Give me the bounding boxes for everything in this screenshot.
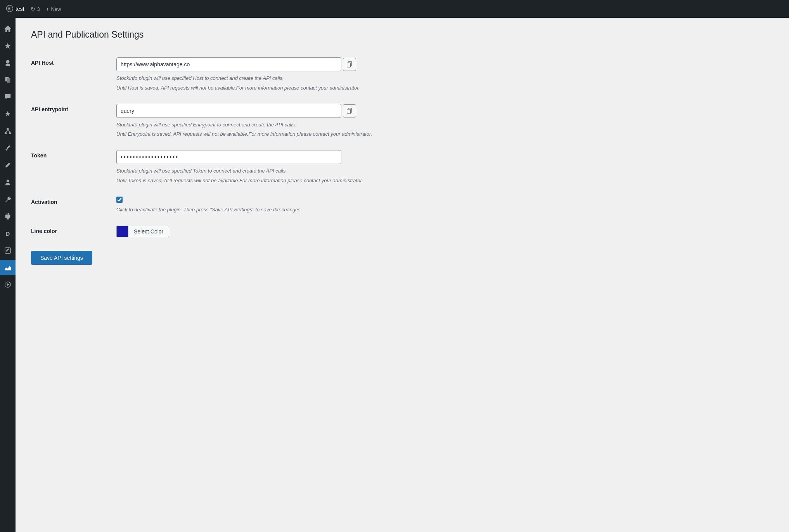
line-color-row: Line color Select Color <box>31 220 773 243</box>
color-picker-wrap: Select Color <box>116 226 773 237</box>
svg-rect-10 <box>7 213 7 215</box>
token-row: Token StockInfo plugin will use specifie… <box>31 144 773 191</box>
sidebar-item-dashboard[interactable] <box>0 21 16 36</box>
svg-rect-12 <box>5 215 10 218</box>
sidebar: D <box>0 18 16 532</box>
sidebar-item-divi[interactable]: D <box>0 226 16 241</box>
api-host-help2: Until Host is saved, API requests will n… <box>116 84 773 92</box>
svg-point-9 <box>7 180 9 182</box>
api-host-input-wrap <box>116 57 773 71</box>
api-entrypoint-input[interactable] <box>116 104 341 118</box>
sidebar-item-appearance[interactable] <box>0 106 16 122</box>
svg-rect-13 <box>7 218 9 220</box>
site-name: test <box>16 6 24 12</box>
svg-line-8 <box>8 130 10 132</box>
sidebar-item-pin[interactable] <box>0 38 16 54</box>
line-color-label: Line color <box>31 228 57 234</box>
wordpress-icon <box>6 5 13 13</box>
sidebar-item-edit[interactable] <box>0 243 16 258</box>
sidebar-item-comments[interactable] <box>0 89 16 105</box>
svg-point-0 <box>6 60 10 64</box>
token-input[interactable] <box>116 150 341 164</box>
sidebar-item-plugin[interactable] <box>0 209 16 224</box>
sidebar-item-wrench[interactable] <box>0 192 16 207</box>
api-host-help1: StockInfo plugin will use specified Host… <box>116 74 773 83</box>
topbar-updates[interactable]: ↻ 3 <box>31 6 40 12</box>
token-help1: StockInfo plugin will use specified Toke… <box>116 167 773 175</box>
activation-help: Click to deactivate the plugin. Then pre… <box>116 206 773 214</box>
sidebar-item-brush[interactable] <box>0 140 16 156</box>
main-content: API and Publication Settings API Host St… <box>16 18 789 532</box>
activation-row: Activation Click to deactivate the plugi… <box>31 191 773 220</box>
api-entrypoint-help2: Until Entrypoint is saved, API requests … <box>116 130 773 138</box>
api-entrypoint-input-wrap <box>116 104 773 118</box>
svg-rect-1 <box>6 64 10 66</box>
api-host-label: API Host <box>31 60 54 66</box>
svg-point-4 <box>7 128 9 130</box>
topbar-site[interactable]: test <box>6 5 24 13</box>
activation-label: Activation <box>31 199 57 205</box>
api-host-row: API Host StockInfo plugin will use speci… <box>31 52 773 98</box>
select-color-button[interactable]: Select Color <box>128 226 169 237</box>
layout: D API and Publication Settings API Host <box>0 18 789 532</box>
sidebar-item-play[interactable] <box>0 277 16 292</box>
token-label: Token <box>31 152 47 159</box>
svg-rect-18 <box>347 63 351 67</box>
api-entrypoint-row: API entrypoint StockInfo plugin will use… <box>31 98 773 145</box>
api-host-copy-button[interactable] <box>343 58 356 71</box>
activation-checkbox[interactable] <box>116 197 123 203</box>
sidebar-item-pencil[interactable] <box>0 157 16 173</box>
svg-marker-16 <box>7 283 9 286</box>
svg-rect-20 <box>347 109 351 114</box>
settings-form: API Host StockInfo plugin will use speci… <box>31 52 773 243</box>
updates-count: 3 <box>37 6 40 12</box>
new-label: New <box>51 6 61 12</box>
api-entrypoint-label: API entrypoint <box>31 106 68 112</box>
api-host-input[interactable] <box>116 57 341 71</box>
svg-point-6 <box>9 132 11 134</box>
svg-rect-3 <box>7 78 10 83</box>
save-api-settings-button[interactable]: Save API settings <box>31 251 92 265</box>
svg-rect-11 <box>8 213 9 215</box>
api-entrypoint-help1: StockInfo plugin will use specified Entr… <box>116 121 773 129</box>
sidebar-item-hierarchy[interactable] <box>0 123 16 139</box>
refresh-icon: ↻ <box>31 6 35 12</box>
api-entrypoint-copy-button[interactable] <box>343 104 356 117</box>
sidebar-item-badge[interactable] <box>0 55 16 71</box>
topbar-new-button[interactable]: + New <box>46 6 61 12</box>
token-help2: Until Token is saved, API requests will … <box>116 177 773 185</box>
activation-checkbox-wrap <box>116 197 773 203</box>
color-swatch[interactable] <box>116 226 128 237</box>
sidebar-item-chart[interactable] <box>0 260 16 275</box>
plus-icon: + <box>46 6 49 12</box>
page-title: API and Publication Settings <box>31 29 773 40</box>
topbar: test ↻ 3 + New <box>0 0 789 18</box>
svg-point-5 <box>5 132 7 134</box>
sidebar-item-pages[interactable] <box>0 72 16 88</box>
svg-line-7 <box>6 130 8 132</box>
sidebar-item-user[interactable] <box>0 174 16 190</box>
